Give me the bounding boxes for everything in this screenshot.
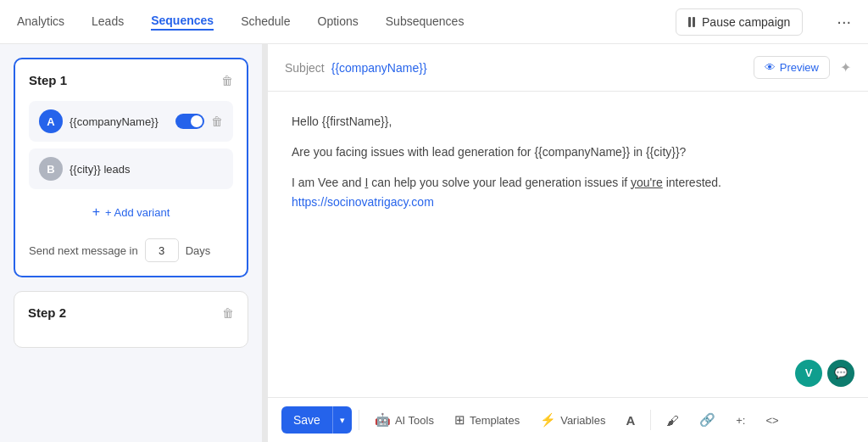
step2-delete-icon[interactable]: 🗑 bbox=[222, 306, 234, 320]
email-line2: Are you facing issues with lead generati… bbox=[292, 143, 844, 163]
email-line3-e: interested. bbox=[663, 176, 721, 189]
pause-btn-label: Pause campaign bbox=[702, 15, 790, 29]
email-link[interactable]: https://socinovatrigacy.com bbox=[292, 195, 434, 209]
eye-icon: 👁 bbox=[765, 61, 776, 74]
step1-card: Step 1 🗑 A {{companyName}} 🗑 B {{city}} … bbox=[14, 58, 248, 277]
days-input[interactable] bbox=[145, 238, 179, 262]
nav-schedule[interactable]: Schedule bbox=[241, 14, 290, 30]
insert-icon: +: bbox=[736, 414, 745, 427]
step1-title: Step 1 bbox=[29, 73, 67, 87]
toolbar-sep-2 bbox=[650, 410, 651, 430]
email-line3-a: I am Vee and bbox=[292, 176, 364, 189]
font-icon: A bbox=[626, 413, 635, 428]
step2-title: Step 2 bbox=[28, 305, 66, 320]
nav-subsequences[interactable]: Subsequences bbox=[386, 14, 465, 30]
variant-b-row: B {{city}} leads bbox=[29, 148, 233, 189]
pause-campaign-button[interactable]: Pause campaign bbox=[676, 8, 803, 36]
save-dropdown-button[interactable]: ▾ bbox=[332, 406, 352, 434]
variant-a-toggle[interactable] bbox=[175, 114, 204, 129]
subject-bar: Subject {{companyName}} 👁 Preview ✦ bbox=[268, 44, 868, 92]
variant-a-delete-icon[interactable]: 🗑 bbox=[211, 115, 223, 128]
variant-b-letter: B bbox=[39, 157, 63, 181]
subject-label: Subject bbox=[285, 61, 325, 75]
variables-button[interactable]: ⚡ Variables bbox=[531, 407, 614, 433]
code-button[interactable]: <> bbox=[757, 409, 787, 432]
ai-tools-label: AI Tools bbox=[395, 414, 434, 427]
save-button[interactable]: Save bbox=[281, 406, 332, 434]
avatar-row: V 💬 bbox=[795, 360, 854, 387]
code-icon: <> bbox=[765, 414, 778, 427]
nav-analytics[interactable]: Analytics bbox=[17, 14, 64, 30]
nav-leads[interactable]: Leads bbox=[92, 14, 124, 30]
step2-header: Step 2 🗑 bbox=[28, 305, 234, 320]
add-variant-label: + Add variant bbox=[105, 206, 170, 219]
email-body[interactable]: Hello {{firstName}}, Are you facing issu… bbox=[268, 92, 868, 397]
robot-icon: 🤖 bbox=[375, 412, 391, 428]
send-next-label: Send next message in bbox=[29, 244, 138, 257]
templates-button[interactable]: ⊞ Templates bbox=[446, 407, 528, 433]
ai-tools-button[interactable]: 🤖 AI Tools bbox=[366, 407, 442, 433]
days-label: Days bbox=[186, 244, 211, 257]
step1-header: Step 1 🗑 bbox=[29, 73, 233, 87]
add-variant-button[interactable]: + + Add variant bbox=[29, 196, 233, 228]
nav-options[interactable]: Options bbox=[318, 14, 359, 30]
pause-icon bbox=[688, 17, 695, 27]
sparkle-icon[interactable]: ✦ bbox=[840, 59, 851, 76]
step1-delete-icon[interactable]: 🗑 bbox=[221, 74, 233, 87]
add-variant-icon: + bbox=[92, 204, 100, 220]
link-icon: 🔗 bbox=[699, 412, 715, 428]
bottom-toolbar: Save ▾ 🤖 AI Tools ⊞ Templates ⚡ Variable… bbox=[268, 397, 868, 442]
step2-card: Step 2 🗑 bbox=[14, 291, 248, 348]
variant-b-name: {{city}} leads bbox=[70, 163, 223, 176]
avatar-2: 💬 bbox=[827, 360, 854, 387]
preview-label: Preview bbox=[780, 61, 819, 74]
variables-label: Variables bbox=[560, 414, 605, 427]
toggle-knob bbox=[191, 115, 203, 127]
save-btn-group: Save ▾ bbox=[281, 406, 352, 434]
more-options-button[interactable]: ··· bbox=[837, 12, 851, 31]
right-panel: Subject {{companyName}} 👁 Preview ✦ Hell… bbox=[268, 44, 868, 442]
brush-icon: 🖌 bbox=[666, 413, 679, 428]
nav-sequences[interactable]: Sequences bbox=[151, 14, 214, 31]
variant-a-name: {{companyName}} bbox=[70, 115, 169, 128]
variant-a-letter: A bbox=[39, 109, 63, 133]
subject-value: {{companyName}} bbox=[331, 61, 747, 75]
send-next-row: Send next message in Days bbox=[29, 238, 233, 262]
email-line3-c: can help you solve your lead generation … bbox=[368, 176, 631, 189]
toolbar-sep-1 bbox=[359, 410, 359, 430]
email-line3-d: you're bbox=[631, 176, 663, 189]
top-nav: Analytics Leads Sequences Schedule Optio… bbox=[0, 0, 868, 44]
font-button[interactable]: A bbox=[617, 408, 643, 433]
brush-button[interactable]: 🖌 bbox=[658, 408, 687, 433]
avatar-1: V bbox=[795, 360, 822, 387]
templates-label: Templates bbox=[470, 414, 520, 427]
email-line1: Hello {{firstName}}, bbox=[292, 112, 844, 132]
preview-button[interactable]: 👁 Preview bbox=[754, 56, 830, 79]
main-layout: Step 1 🗑 A {{companyName}} 🗑 B {{city}} … bbox=[0, 44, 868, 442]
variant-a-row: A {{companyName}} 🗑 bbox=[29, 101, 233, 142]
insert-button[interactable]: +: bbox=[727, 409, 754, 432]
left-panel: Step 1 🗑 A {{companyName}} 🗑 B {{city}} … bbox=[0, 44, 263, 442]
lightning-icon: ⚡ bbox=[540, 412, 556, 428]
grid-icon: ⊞ bbox=[454, 412, 465, 428]
email-line3: I am Vee and I can help you solve your l… bbox=[292, 173, 844, 214]
link-button[interactable]: 🔗 bbox=[691, 407, 724, 433]
